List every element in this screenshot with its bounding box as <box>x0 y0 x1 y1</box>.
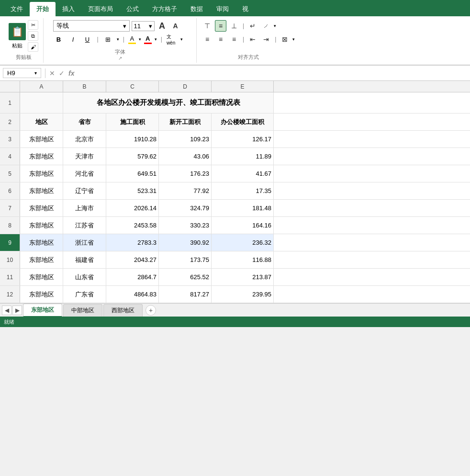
italic-button[interactable]: I <box>67 34 79 45</box>
cell-e11[interactable]: 213.87 <box>212 269 274 285</box>
wrap-text-button[interactable]: ↵ <box>247 20 258 32</box>
cell-d7[interactable]: 324.79 <box>159 200 212 216</box>
format-painter-button[interactable]: 🖌 <box>28 42 38 52</box>
cell-c6[interactable]: 523.31 <box>106 182 159 199</box>
cell-d5[interactable]: 176.23 <box>159 165 212 182</box>
cell-a1[interactable] <box>20 92 63 113</box>
sheet-tab-east[interactable]: 东部地区 <box>23 304 62 317</box>
cell-d8[interactable]: 330.23 <box>159 217 212 234</box>
bold-button[interactable]: B <box>53 34 65 45</box>
cell-c5[interactable]: 649.51 <box>106 165 159 182</box>
cell-a4[interactable]: 东部地区 <box>20 148 63 165</box>
cell-d12[interactable]: 817.27 <box>159 286 212 303</box>
font-color-dropdown[interactable]: ▾ <box>155 37 157 42</box>
cell-b1-title[interactable]: 各地区办公楼开发规模与开、竣工面积情况表 <box>63 92 274 113</box>
wubi-dropdown[interactable]: ▾ <box>180 37 183 42</box>
cell-b2[interactable]: 省市 <box>63 113 106 130</box>
cell-a7[interactable]: 东部地区 <box>20 200 63 216</box>
cell-reference-box[interactable]: H9 ▾ <box>3 68 41 78</box>
cell-a12[interactable]: 东部地区 <box>20 286 63 303</box>
tab-formula[interactable]: 公式 <box>120 2 145 16</box>
cell-b5[interactable]: 河北省 <box>63 165 106 182</box>
align-top-button[interactable]: ⊤ <box>201 20 213 32</box>
fill-color-dropdown[interactable]: ▾ <box>139 37 141 42</box>
cell-d4[interactable]: 43.06 <box>159 148 212 165</box>
cell-b12[interactable]: 广东省 <box>63 286 106 303</box>
prev-sheet-button[interactable]: ◀ <box>2 306 11 315</box>
cell-b4[interactable]: 天津市 <box>63 148 106 165</box>
tab-insert[interactable]: 插入 <box>56 2 81 16</box>
formula-cancel-icon[interactable]: ✕ <box>49 69 55 77</box>
cell-c3[interactable]: 1910.28 <box>106 131 159 147</box>
cell-a3[interactable]: 东部地区 <box>20 131 63 147</box>
cell-a11[interactable]: 东部地区 <box>20 269 63 285</box>
cell-b11[interactable]: 山东省 <box>63 269 106 285</box>
cell-e8[interactable]: 164.16 <box>212 217 274 234</box>
cell-c9[interactable]: 2783.3 <box>106 234 159 251</box>
border-button[interactable]: ⊞ <box>102 34 114 45</box>
font-shrink-button[interactable]: A <box>170 20 181 32</box>
sheet-tab-west[interactable]: 西部地区 <box>103 304 143 317</box>
col-header-a[interactable]: A <box>20 81 63 92</box>
align-right-button[interactable]: ≡ <box>228 34 240 45</box>
copy-button[interactable]: ⧉ <box>28 31 38 41</box>
cell-e2[interactable]: 办公楼竣工面积 <box>212 113 274 130</box>
cell-e12[interactable]: 239.95 <box>212 286 274 303</box>
merge-dropdown[interactable]: ▾ <box>292 37 295 42</box>
formula-fx-icon[interactable]: fx <box>68 69 74 77</box>
tab-view[interactable]: 视 <box>235 2 255 16</box>
cell-e9[interactable]: 236.32 <box>212 234 274 251</box>
cell-e7[interactable]: 181.48 <box>212 200 274 216</box>
cell-b8[interactable]: 江苏省 <box>63 217 106 234</box>
cell-b7[interactable]: 上海市 <box>63 200 106 216</box>
merge-button[interactable]: ⊠ <box>279 34 291 45</box>
align-bottom-button[interactable]: ⊥ <box>228 20 240 32</box>
scissors-button[interactable]: ✂ <box>28 20 38 30</box>
cell-e5[interactable]: 41.67 <box>212 165 274 182</box>
tab-fangfangezi[interactable]: 方方格子 <box>145 2 184 16</box>
text-angle-dropdown[interactable]: ▾ <box>274 23 276 28</box>
col-header-c[interactable]: C <box>106 81 159 92</box>
cell-a2[interactable]: 地区 <box>20 113 63 130</box>
text-angle-button[interactable]: ⟋ <box>260 20 272 32</box>
next-sheet-button[interactable]: ▶ <box>12 306 22 315</box>
formula-input[interactable] <box>76 68 467 78</box>
underline-button[interactable]: U <box>82 34 93 45</box>
cell-c2[interactable]: 施工面积 <box>106 113 159 130</box>
cell-a9[interactable]: 东部地区 <box>20 234 63 251</box>
col-header-e[interactable]: E <box>212 81 274 92</box>
tab-home[interactable]: 开始 <box>30 2 56 16</box>
wubi-button[interactable]: 文wèn <box>166 34 178 45</box>
cell-a8[interactable]: 东部地区 <box>20 217 63 234</box>
cell-c7[interactable]: 2026.14 <box>106 200 159 216</box>
tab-file[interactable]: 文件 <box>4 2 30 16</box>
cell-b3[interactable]: 北京市 <box>63 131 106 147</box>
cell-d6[interactable]: 77.92 <box>159 182 212 199</box>
col-header-b[interactable]: B <box>63 81 106 92</box>
cell-e6[interactable]: 17.35 <box>212 182 274 199</box>
cell-c8[interactable]: 2453.58 <box>106 217 159 234</box>
align-center-button[interactable]: ≡ <box>215 34 226 45</box>
cell-c10[interactable]: 2043.27 <box>106 251 159 268</box>
border-dropdown[interactable]: ▾ <box>117 37 119 42</box>
font-color-button[interactable]: A <box>144 35 152 44</box>
cell-d11[interactable]: 625.52 <box>159 269 212 285</box>
cell-b6[interactable]: 辽宁省 <box>63 182 106 199</box>
paste-button[interactable]: 📋 <box>9 23 26 40</box>
tab-page-layout[interactable]: 页面布局 <box>81 2 120 16</box>
cell-c4[interactable]: 579.62 <box>106 148 159 165</box>
cell-e3[interactable]: 126.17 <box>212 131 274 147</box>
tab-review[interactable]: 审阅 <box>210 2 235 16</box>
cell-ref-dropdown[interactable]: ▾ <box>34 70 37 76</box>
font-expand-icon[interactable]: ↗ <box>118 56 122 61</box>
font-name-dropdown[interactable]: 等线 ▾ <box>53 20 130 32</box>
align-middle-button[interactable]: ≡ <box>215 20 226 32</box>
cell-e4[interactable]: 11.89 <box>212 148 274 165</box>
cell-d2[interactable]: 新开工面积 <box>159 113 212 130</box>
cell-d10[interactable]: 173.75 <box>159 251 212 268</box>
align-left-button[interactable]: ≡ <box>201 34 213 45</box>
fill-color-button[interactable]: A <box>128 35 136 44</box>
cell-d3[interactable]: 109.23 <box>159 131 212 147</box>
col-header-d[interactable]: D <box>159 81 212 92</box>
cell-c11[interactable]: 2864.7 <box>106 269 159 285</box>
